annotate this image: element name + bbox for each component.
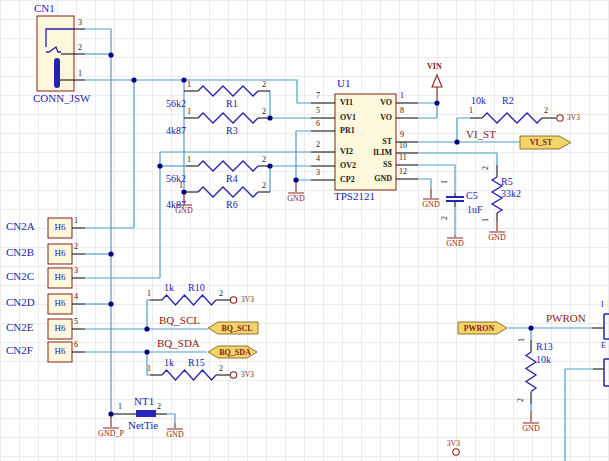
u1-pin-num-2: 2 [316,141,320,149]
u1-pin-name-ilim: ILIM [358,149,392,157]
gnd-label-nt-right: GND [164,431,186,439]
r15-pin2-num: 2 [219,365,223,373]
cn2d-pin-num: 4 [74,293,78,301]
u1-pin-name-pr1: PR1 [340,127,355,135]
r3-pin2-num: 2 [262,108,266,116]
pin-stubs [60,29,604,414]
u1-pin-num-10: 10 [399,142,407,150]
r13-designator[interactable]: R13 [536,342,553,352]
c5-pin2-num: 2 [441,216,449,220]
gnd-symbol-r13 [523,411,539,423]
nt1-comment[interactable]: NetTie [128,420,158,431]
r10-pin2-num: 2 [219,290,223,298]
r3-pin1-num: 1 [187,108,191,116]
c5-value[interactable]: 1uF [467,205,483,215]
cn2d-designator[interactable]: CN2D [6,297,35,308]
r1-designator[interactable]: R1 [226,99,238,109]
r1-value[interactable]: 56k2 [166,99,186,109]
v33-label-r15: 3V3 [241,371,254,379]
nt1-designator[interactable]: NT1 [134,396,154,407]
cn2f-designator[interactable]: CN2F [6,345,33,356]
r6-pin1-num: 1 [179,182,183,190]
net-label-vi-st[interactable]: VI_ST [466,129,496,140]
cn2e-label: H6 [48,324,72,333]
v33-circle-r2 [557,115,563,121]
r4-pin1-num: 1 [187,156,191,164]
r10-pin1-num: 1 [147,290,151,298]
gnd-label-r13: GND [520,425,542,433]
r10-designator[interactable]: R10 [188,283,205,293]
capacitor-plates-c5 [446,197,464,201]
v33-circle-r10 [230,297,236,303]
cn2e-designator[interactable]: CN2E [6,322,34,333]
component-bodies[interactable] [37,16,396,362]
cn2b-label: H6 [48,249,72,258]
v33-label-r2: 3V3 [567,114,580,122]
r1-pin1-num: 1 [187,81,191,89]
u1-part-number[interactable]: TPS2121 [334,191,375,202]
gndp-label: GND_P [96,430,126,438]
r15-designator[interactable]: R15 [188,358,205,368]
r13-value[interactable]: 10k [536,355,551,365]
schematic-canvas[interactable]: CN1 CONN_JSW 3 2 1 U1 TPS2121 VI1 OV1 PR… [0,0,609,461]
cn2c-pin-num: 3 [74,267,78,275]
u1-pin-name-vo1: VO [358,99,392,107]
port-label-bq-sda[interactable]: BQ_SDA [216,349,254,357]
u1-pin-num-11: 11 [399,154,407,162]
cn2c-label: H6 [48,273,72,282]
r13-pin2-num: 2 [517,398,525,402]
cn1-pin2-number: 2 [78,44,82,52]
net-label-bq-sda[interactable]: BQ_SDA [157,338,200,349]
r13-pin1-num: 1 [518,338,526,342]
net-label-bq-scl[interactable]: BQ_SCL [159,315,200,326]
component-graphics [46,29,609,417]
edge-component-bracket-1 [604,314,609,339]
r2-value[interactable]: 10k [471,96,486,106]
r4-designator[interactable]: R4 [226,174,238,184]
u1-pin-num-6: 6 [316,120,320,128]
u1-designator[interactable]: U1 [337,78,350,89]
u1-pin-name-vo8: VO [358,114,392,122]
cn1-comment[interactable]: CONN_JSW [33,93,90,104]
c5-pin1-num: 1 [441,180,449,184]
cn2b-pin-num: 2 [74,243,78,251]
cn1-pin3-number: 3 [78,19,82,27]
r5-designator[interactable]: R5 [501,177,513,187]
edge-component-bracket-2 [604,359,609,386]
cn2e-pin-num: 5 [74,318,78,326]
cn1-designator[interactable]: CN1 [34,3,55,14]
u1-pin-name-vi2: VI2 [340,148,353,156]
r3-designator[interactable]: R3 [226,126,238,136]
gnd-label-u1: GND [420,201,442,209]
v33-circle-bottom [453,449,459,455]
port-label-bq-scl[interactable]: BQ_SCL [218,325,256,333]
r5-value[interactable]: 33k2 [501,189,521,199]
r10-value[interactable]: 1k [164,283,174,293]
r4-pin2-num: 2 [262,156,266,164]
resistor-zigzag-r3 [198,113,258,123]
vin-label: VIN [427,63,442,71]
r1-pin2-num: 2 [262,81,266,89]
cn2b-designator[interactable]: CN2B [6,247,34,258]
r2-pin2-num: 2 [544,107,548,115]
resistor-zigzag-r4 [198,161,258,171]
u1-pin-num-9: 9 [400,131,404,139]
port-label-pwron[interactable]: PWRON [460,325,498,333]
r4-value[interactable]: 56k2 [166,174,186,184]
cn2a-designator[interactable]: CN2A [6,221,35,232]
net-label-pwron[interactable]: PWRON [546,313,586,324]
r3-value[interactable]: 4k87 [166,126,186,136]
c5-designator[interactable]: C5 [466,191,478,201]
r15-value[interactable]: 1k [164,358,174,368]
u1-pin-name-ov2: OV2 [340,162,356,170]
gnd-symbol-nt-right [167,423,183,429]
u1-pin-num-1: 1 [400,92,404,100]
cn2a-pin-num: 1 [74,217,78,225]
r6-designator[interactable]: R6 [226,200,238,210]
port-label-vi-st[interactable]: VI_ST [522,139,560,147]
nettie-bar [136,410,156,417]
cn2c-designator[interactable]: CN2C [6,271,34,282]
r2-designator[interactable]: R2 [502,96,514,106]
edge-fragment-1: I [601,301,604,309]
schematic-graphics [0,0,609,461]
